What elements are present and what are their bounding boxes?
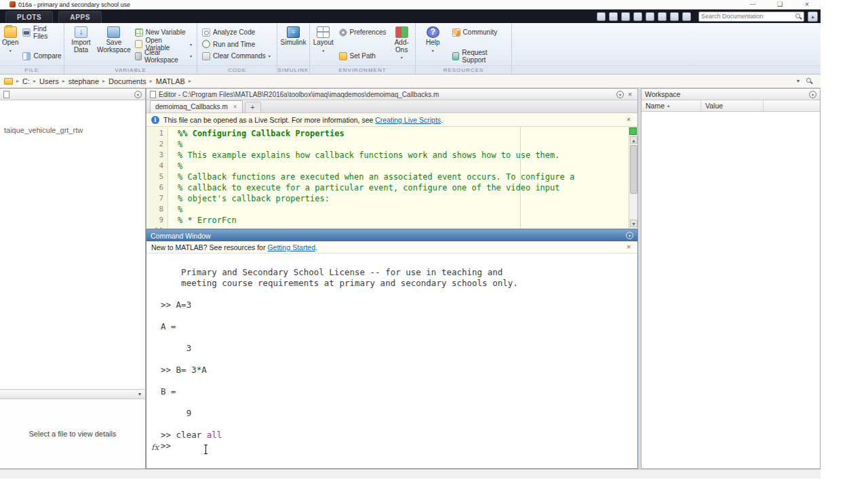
cut-icon[interactable]: [609, 12, 618, 21]
clear-workspace-button[interactable]: Clear Workspace: [132, 50, 195, 62]
close-tab-icon[interactable]: [233, 103, 237, 110]
panel-menu-icon[interactable]: [616, 91, 624, 98]
breadcrumb-segment[interactable]: stephane: [66, 77, 102, 86]
code-analyzer-indicator[interactable]: [629, 127, 637, 135]
app-icon: [9, 1, 16, 7]
import-data-button[interactable]: Import Data: [66, 24, 96, 64]
tab-apps[interactable]: APPS: [58, 11, 102, 23]
ribbon-section-environment: Layout Preferences Set Path Add-Ons: [310, 23, 416, 74]
open-icon: [4, 26, 17, 38]
window-controls: [747, 1, 812, 8]
editor-body[interactable]: 12345678910 %% Configuring Callback Prop…: [146, 127, 637, 228]
line-number: 4: [146, 161, 167, 171]
clear-commands-button[interactable]: Clear Commands: [199, 50, 273, 62]
add-ons-button[interactable]: Add-Ons: [390, 24, 413, 64]
new-tab-button[interactable]: [245, 102, 261, 113]
undo-icon[interactable]: [646, 12, 654, 21]
text-limit-ruler: [520, 127, 521, 228]
chevron-down-icon: [190, 42, 192, 47]
folder-search-icon[interactable]: [806, 78, 812, 84]
getting-started-link[interactable]: Getting Started: [267, 243, 315, 251]
switch-window-icon[interactable]: [670, 12, 679, 21]
breadcrumb-segment[interactable]: Documents: [106, 77, 149, 86]
close-banner-icon[interactable]: [625, 116, 633, 123]
current-folder-list[interactable]: taique_vehicule_grt_rtw Select a file to…: [0, 100, 145, 468]
paste-icon[interactable]: [633, 12, 642, 21]
code-line: % Callback functions are executed when a…: [178, 171, 637, 182]
column-header-name[interactable]: Name: [642, 100, 701, 111]
command-line: [161, 397, 637, 408]
sort-ascending-icon: [667, 103, 670, 108]
close-banner-icon[interactable]: [625, 243, 633, 251]
window-title: 016a - primary and secondary school use: [18, 1, 130, 8]
preferences-button[interactable]: Preferences: [336, 26, 389, 38]
command-line: [161, 375, 637, 386]
scrollbar-thumb[interactable]: [630, 145, 637, 194]
close-panel-icon[interactable]: [626, 91, 634, 98]
collapse-toolstrip-icon[interactable]: [808, 12, 818, 22]
open-button[interactable]: Open: [2, 24, 18, 64]
help-quick-icon[interactable]: [682, 12, 691, 21]
editor-code[interactable]: %% Configuring Callback Properties%% Thi…: [168, 127, 637, 228]
address-dropdown-icon[interactable]: [797, 78, 800, 84]
search-icon: [795, 14, 802, 20]
ribbon-section-file: Open Find Files Compare FILE: [0, 23, 64, 74]
set-path-button[interactable]: Set Path: [336, 50, 389, 62]
breadcrumb-segment[interactable]: MATLAB: [153, 77, 188, 86]
open-variable-icon: [135, 40, 143, 48]
current-folder-icon[interactable]: [4, 78, 13, 85]
minimize-icon[interactable]: [747, 1, 758, 8]
folder-item[interactable]: taique_vehicule_grt_rtw: [4, 126, 83, 134]
status-bar: [0, 469, 821, 479]
help-button[interactable]: Help: [418, 24, 448, 64]
run-and-time-label: Run and Time: [213, 41, 255, 48]
save-icon[interactable]: [597, 12, 606, 21]
copy-icon[interactable]: [621, 12, 630, 21]
run-and-time-button[interactable]: Run and Time: [199, 39, 273, 50]
code-line: % object's callback properties:: [178, 193, 637, 204]
scroll-down-icon[interactable]: [630, 220, 637, 227]
layout-label: Layout: [313, 39, 334, 47]
maximize-icon[interactable]: [774, 1, 785, 8]
breadcrumb-segment[interactable]: C:: [20, 77, 33, 86]
search-documentation-box[interactable]: [698, 12, 804, 22]
tab-plots[interactable]: PLOTS: [5, 11, 53, 23]
command-line: A =: [161, 321, 637, 332]
analyze-code-icon: [202, 28, 210, 37]
panel-menu-icon[interactable]: [134, 91, 142, 98]
community-button[interactable]: Community: [450, 26, 509, 38]
workspace-variable-list[interactable]: [642, 112, 820, 468]
line-number: 9: [146, 215, 167, 226]
panel-menu-icon[interactable]: [626, 232, 633, 239]
function-hints-icon[interactable]: fx: [151, 443, 159, 452]
editor-tab[interactable]: demoimaq_Callbacks.m: [150, 100, 243, 113]
chevron-down-icon[interactable]: [138, 391, 141, 397]
compare-button[interactable]: Compare: [20, 50, 64, 62]
layout-button[interactable]: Layout: [312, 24, 335, 64]
line-number: 3: [146, 150, 167, 161]
save-workspace-button[interactable]: Save Workspace: [97, 24, 131, 64]
ribbon-section-code: Analyze Code Run and Time Clear Commands…: [197, 23, 277, 74]
request-support-button[interactable]: Request Support: [450, 50, 509, 62]
section-label-code: CODE: [197, 65, 277, 74]
command-output[interactable]: Primary and Secondary School License -- …: [146, 253, 637, 468]
code-line: %: [178, 139, 637, 150]
creating-live-scripts-link[interactable]: Creating Live Scripts: [375, 116, 441, 124]
simulink-button[interactable]: Simulink: [279, 24, 307, 64]
close-icon[interactable]: [802, 1, 812, 8]
scroll-up-icon[interactable]: [630, 136, 637, 144]
search-documentation-input[interactable]: [701, 13, 795, 20]
column-header-value[interactable]: Value: [701, 100, 764, 111]
workspace-panel: Workspace Name Value: [641, 88, 821, 469]
details-splitter[interactable]: [0, 389, 145, 399]
editor-scrollbar[interactable]: [629, 127, 637, 228]
panel-menu-icon[interactable]: [809, 91, 816, 98]
find-files-button[interactable]: Find Files: [20, 26, 64, 38]
command-line: 3: [161, 343, 637, 354]
live-script-banner: This file can be opened as a Live Script…: [146, 113, 637, 127]
analyze-code-button[interactable]: Analyze Code: [199, 26, 273, 38]
chevron-down-icon: [269, 54, 271, 58]
redo-icon[interactable]: [658, 12, 667, 21]
breadcrumb-segment[interactable]: Users: [37, 77, 62, 86]
code-line: %: [178, 204, 637, 215]
